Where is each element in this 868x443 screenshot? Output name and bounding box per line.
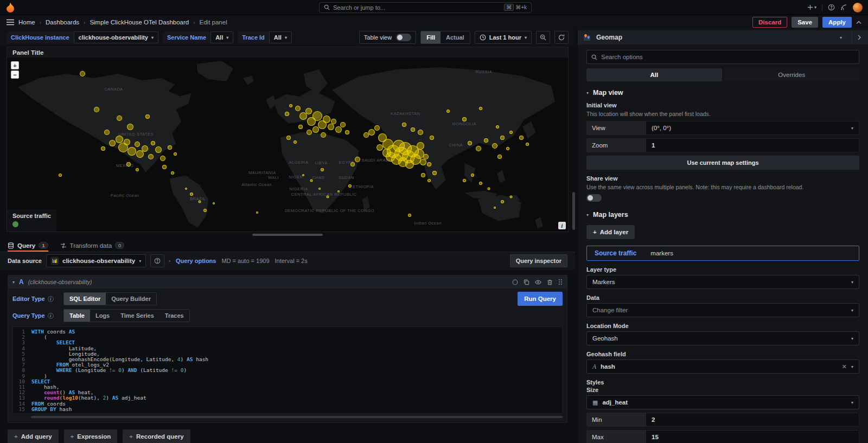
- options-search-input[interactable]: [601, 54, 854, 60]
- map-marker[interactable]: [350, 162, 355, 166]
- map-marker[interactable]: [293, 140, 297, 144]
- map-marker[interactable]: [299, 112, 307, 120]
- map-marker[interactable]: [298, 125, 303, 129]
- map-marker[interactable]: [497, 155, 502, 159]
- map-marker[interactable]: [318, 188, 321, 190]
- query-builder-option[interactable]: Query Builder: [106, 293, 156, 305]
- map-marker[interactable]: [198, 201, 201, 203]
- collapse-header-icon[interactable]: [856, 21, 861, 24]
- map-marker[interactable]: [432, 171, 437, 175]
- map-marker[interactable]: [492, 143, 497, 149]
- variable-value-dropdown[interactable]: All▾: [269, 31, 292, 43]
- max-input[interactable]: [652, 434, 853, 440]
- map-marker[interactable]: [190, 192, 193, 196]
- query-row-header[interactable]: ▾ A (clickhouse-observability): [8, 275, 567, 288]
- grafana-logo[interactable]: [5, 3, 15, 12]
- map-marker[interactable]: [305, 108, 312, 114]
- map-marker[interactable]: [496, 125, 499, 129]
- info-icon[interactable]: i: [48, 313, 54, 319]
- collapse-query-icon[interactable]: ▾: [12, 280, 15, 285]
- map-marker[interactable]: [411, 127, 415, 132]
- map-marker[interactable]: [117, 115, 122, 121]
- map-marker[interactable]: [345, 130, 349, 134]
- map-marker[interactable]: [127, 147, 136, 156]
- map-marker[interactable]: [476, 146, 481, 151]
- map-marker[interactable]: [321, 132, 326, 138]
- map-marker[interactable]: [295, 106, 301, 111]
- map-marker[interactable]: [312, 111, 322, 121]
- view-select[interactable]: (0°, 0°)▾: [646, 121, 859, 135]
- query-options-toggle[interactable]: Query options: [176, 258, 216, 264]
- left-scrollbar-thumb[interactable]: [572, 192, 575, 230]
- panel-title[interactable]: Panel Title: [7, 47, 568, 57]
- map-marker[interactable]: [427, 179, 431, 182]
- table-view-toggle[interactable]: [396, 34, 411, 41]
- map-marker[interactable]: [127, 124, 133, 130]
- map-marker[interactable]: [479, 107, 482, 110]
- geohash-field-select[interactable]: A hash ✕ ▾: [586, 359, 859, 374]
- map-marker[interactable]: [307, 130, 312, 135]
- map-marker[interactable]: [80, 71, 85, 76]
- map-marker[interactable]: [335, 126, 342, 133]
- map-marker[interactable]: [104, 130, 110, 135]
- breadcrumb-dashboards[interactable]: Dashboards: [46, 19, 79, 25]
- sql-editor-option[interactable]: SQL Editor: [64, 293, 106, 305]
- recorded-query-button[interactable]: +Recorded query: [123, 429, 190, 443]
- fill-option[interactable]: Fill: [421, 31, 441, 43]
- map-marker[interactable]: [136, 150, 144, 158]
- use-current-map-settings-button[interactable]: Use current map settings: [586, 156, 859, 170]
- map-marker[interactable]: [427, 162, 431, 166]
- new-menu-button[interactable]: ▾: [807, 4, 816, 10]
- map-marker[interactable]: [142, 145, 148, 152]
- map-marker[interactable]: [418, 130, 423, 135]
- map-marker[interactable]: [59, 174, 62, 177]
- map-marker[interactable]: [509, 131, 513, 134]
- add-layer-button[interactable]: +Add layer: [586, 225, 635, 239]
- layer-name[interactable]: Source traffic: [595, 249, 636, 257]
- section-map-layers[interactable]: ▾Map layers: [586, 211, 859, 219]
- map-marker[interactable]: [155, 146, 162, 153]
- map-attribution-icon[interactable]: i: [558, 222, 566, 229]
- disable-query-icon[interactable]: [535, 279, 541, 285]
- save-button[interactable]: Save: [792, 17, 818, 28]
- map-marker[interactable]: [374, 125, 380, 131]
- map-marker[interactable]: [509, 195, 512, 198]
- map-marker[interactable]: [420, 159, 426, 165]
- variable-value-dropdown[interactable]: clickhouse-observability▾: [74, 31, 158, 43]
- data-select[interactable]: Change filter▾: [586, 303, 859, 317]
- map-marker[interactable]: [501, 200, 504, 203]
- actual-option[interactable]: Actual: [441, 31, 470, 43]
- map-marker[interactable]: [363, 132, 369, 138]
- global-search[interactable]: ⌘⌘+k: [319, 2, 532, 13]
- help-icon[interactable]: [828, 4, 835, 11]
- map-marker[interactable]: [462, 117, 467, 121]
- map-zoom-in-button[interactable]: +: [11, 61, 19, 69]
- map-marker[interactable]: [405, 160, 414, 169]
- map-marker[interactable]: [408, 214, 411, 217]
- world-map[interactable]: RUSSIACANADAUNITED STATESMEXICOBRAZILKAZ…: [7, 57, 568, 232]
- map-marker[interactable]: [213, 202, 215, 204]
- run-query-button[interactable]: Run Query: [518, 292, 563, 306]
- query-type-table[interactable]: Table: [64, 310, 90, 322]
- min-input[interactable]: [652, 416, 853, 423]
- map-marker[interactable]: [171, 171, 174, 175]
- map-marker[interactable]: [285, 112, 289, 116]
- map-marker[interactable]: [327, 195, 329, 198]
- map-marker[interactable]: [519, 136, 524, 140]
- chevron-down-icon[interactable]: ▾: [840, 35, 842, 40]
- map-marker[interactable]: [471, 174, 474, 177]
- map-marker[interactable]: [479, 182, 482, 185]
- code-horizontal-scrollbar[interactable]: [31, 416, 563, 418]
- map-marker[interactable]: [312, 126, 319, 133]
- map-marker[interactable]: [484, 138, 488, 143]
- tab-all[interactable]: All: [586, 68, 722, 81]
- map-marker[interactable]: [488, 188, 490, 190]
- options-search[interactable]: [586, 50, 859, 64]
- layer-type-select[interactable]: Markers▾: [586, 275, 859, 289]
- splitter-handle[interactable]: [252, 234, 323, 236]
- datasource-picker[interactable]: clickhouse-observability ▾: [46, 254, 146, 267]
- section-map-view[interactable]: ▾Map view: [586, 89, 859, 97]
- drag-handle-icon[interactable]: [558, 279, 563, 285]
- map-marker[interactable]: [135, 142, 140, 147]
- menu-toggle-icon[interactable]: [7, 19, 14, 25]
